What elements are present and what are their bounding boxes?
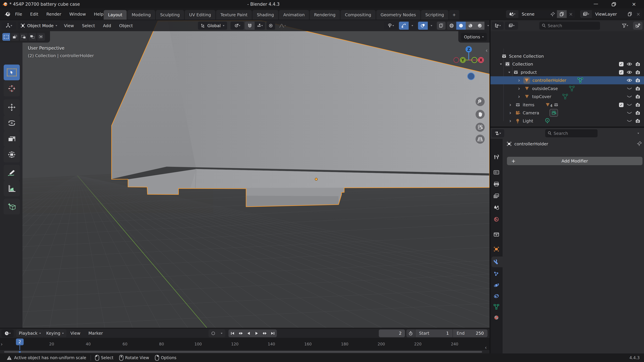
scene-selector[interactable]: Scene × — [506, 10, 575, 18]
play-button[interactable] — [253, 330, 261, 337]
tool-transform[interactable] — [4, 147, 20, 162]
expand-chevron-icon[interactable]: › — [518, 86, 520, 91]
mode-selector[interactable]: Object Mode — [18, 22, 60, 30]
collection-checkbox[interactable]: ✓ — [619, 62, 624, 66]
outliner-row-scene-collection[interactable]: Scene Collection — [490, 52, 644, 60]
jump-to-end-button[interactable] — [269, 330, 277, 337]
menu-edit[interactable]: Edit — [26, 12, 42, 16]
tab-view-layer[interactable] — [493, 193, 500, 199]
tool-annotate[interactable] — [4, 165, 20, 181]
options-dropdown[interactable]: Options — [461, 33, 487, 41]
scrollbar-thumb[interactable] — [4, 351, 482, 353]
pin-icon[interactable] — [637, 141, 642, 146]
tab-texture-paint[interactable]: Texture Paint — [216, 10, 252, 20]
timeline-menu-playback[interactable]: Playback — [16, 330, 44, 337]
outliner-row-outsidecase[interactable]: › outsideCase — [490, 84, 644, 92]
new-viewlayer-button[interactable] — [626, 10, 634, 18]
gizmo-axis-neg-z[interactable] — [468, 73, 474, 80]
play-reverse-button[interactable] — [244, 330, 253, 337]
timeline-scrollbar[interactable] — [0, 350, 490, 354]
tab-physics[interactable] — [493, 282, 500, 288]
new-collection-button[interactable] — [633, 22, 642, 30]
tab-material[interactable] — [493, 315, 500, 321]
select-mode-invert-button[interactable] — [28, 33, 36, 41]
restore-button[interactable] — [612, 2, 616, 7]
camera-restrict-icon[interactable] — [635, 94, 640, 99]
tab-layout[interactable]: Layout — [104, 10, 127, 20]
eye-closed-icon[interactable] — [626, 119, 632, 123]
outliner-row-collection[interactable]: Collection ✓ — [490, 60, 644, 68]
frame-start-field[interactable]: Start 1 — [415, 330, 452, 337]
eye-open-icon[interactable] — [626, 70, 632, 74]
editor-type-button[interactable] — [2, 22, 16, 30]
snap-target-button[interactable] — [230, 22, 244, 30]
eye-open-icon[interactable] — [626, 78, 632, 82]
current-frame-field[interactable]: 2 — [379, 330, 405, 337]
sidebar-collapse-arrow[interactable]: ‹ — [486, 47, 488, 54]
viewport-menu-view[interactable]: View — [60, 23, 78, 28]
properties-editor-type-button[interactable] — [492, 129, 504, 137]
tab-render[interactable] — [493, 169, 500, 175]
outliner-row-items[interactable]: › items 4 ✓ — [490, 101, 644, 109]
jump-to-start-button[interactable] — [228, 330, 236, 337]
playhead-marker[interactable]: 2 — [16, 339, 24, 345]
snap-toggle-button[interactable] — [245, 22, 255, 30]
tab-scene[interactable] — [493, 205, 500, 211]
gizmos-toggle-button[interactable] — [399, 22, 409, 30]
tool-add-cube[interactable] — [4, 199, 20, 214]
tool-select-box[interactable] — [4, 64, 20, 80]
camera-restrict-icon[interactable] — [635, 118, 640, 123]
next-keyframe-button[interactable] — [261, 330, 269, 337]
shading-rendered-button[interactable] — [475, 22, 484, 30]
timeline-ruler[interactable]: 20 40 60 80 100 120 140 160 180 200 220 … — [0, 338, 490, 351]
close-button[interactable]: × — [630, 1, 638, 7]
pan-button[interactable] — [476, 110, 485, 119]
tool-move[interactable] — [4, 99, 20, 115]
expand-chevron-icon[interactable]: › — [518, 94, 520, 99]
menu-window[interactable]: Window — [65, 12, 90, 16]
properties-options-button[interactable] — [634, 129, 642, 137]
camera-restrict-icon[interactable] — [635, 70, 640, 75]
outliner-display-mode-button[interactable] — [505, 22, 518, 30]
expand-chevron-icon[interactable]: › — [509, 102, 511, 107]
outliner-row-product[interactable]: product ✓ — [490, 68, 644, 76]
camera-restrict-icon[interactable] — [635, 102, 640, 107]
gizmo-axis-neg-y[interactable] — [472, 57, 477, 63]
blender-menu-icon[interactable] — [4, 11, 11, 17]
outliner-row-controllerholder[interactable]: › controllerHolder — [490, 76, 644, 84]
shading-solid-button[interactable] — [456, 22, 466, 30]
tab-animation[interactable]: Animation — [279, 10, 309, 20]
eye-closed-icon[interactable] — [626, 103, 632, 107]
eye-open-icon[interactable] — [626, 62, 632, 66]
outliner-search[interactable]: Search — [539, 22, 600, 30]
timeline-menu-marker[interactable]: Marker — [84, 331, 107, 336]
tab-object-props[interactable] — [493, 246, 500, 252]
overlays-settings-button[interactable] — [428, 22, 435, 30]
tab-modifiers[interactable] — [493, 259, 500, 265]
minimize-button[interactable]: — — [592, 1, 600, 7]
xray-toggle-button[interactable] — [437, 22, 446, 30]
tool-cursor[interactable] — [4, 81, 20, 96]
viewport-menu-add[interactable]: Add — [99, 23, 115, 28]
tool-rotate[interactable] — [4, 115, 20, 131]
auto-key-settings-button[interactable] — [218, 330, 225, 337]
menu-file[interactable]: File — [11, 12, 26, 16]
tab-compositing[interactable]: Compositing — [340, 10, 376, 20]
tab-modeling[interactable]: Modeling — [127, 10, 155, 20]
eye-closed-icon[interactable] — [626, 111, 632, 115]
shading-wireframe-button[interactable] — [447, 22, 456, 30]
snap-settings-button[interactable] — [255, 22, 265, 30]
tab-particles[interactable] — [493, 271, 500, 277]
add-modifier-button[interactable]: + Add Modifier — [507, 157, 642, 165]
tab-output[interactable] — [493, 181, 500, 187]
eye-closed-icon[interactable] — [626, 86, 632, 91]
ruler-collapse-arrow[interactable]: ‹ — [485, 345, 487, 351]
ortho-toggle-button[interactable] — [476, 135, 485, 144]
viewlayer-selector[interactable]: ViewLayer × — [580, 10, 642, 18]
select-mode-new-button[interactable] — [2, 33, 10, 41]
viewport-3d[interactable]: Object Mode View Select Add Object Globa… — [0, 20, 490, 328]
new-scene-button[interactable] — [557, 10, 567, 18]
shading-settings-button[interactable] — [484, 22, 490, 30]
use-preview-range-button[interactable] — [406, 330, 415, 337]
expand-chevron-icon[interactable] — [500, 63, 502, 66]
